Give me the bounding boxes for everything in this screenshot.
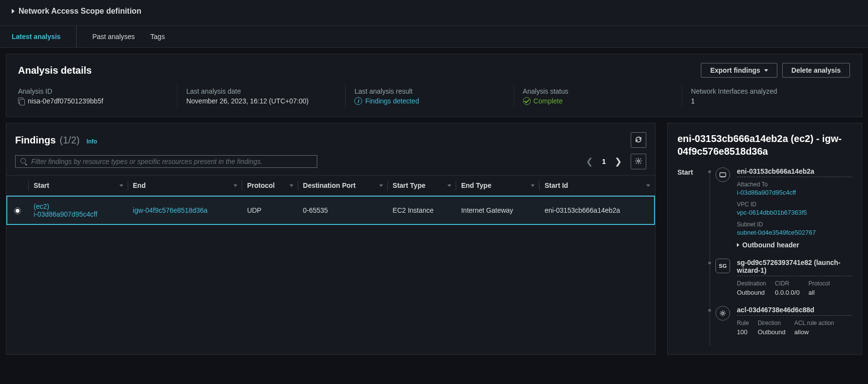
- eni-icon: [715, 167, 730, 182]
- path-start-label: Start: [677, 167, 702, 345]
- sg-cidr-value: 0.0.0.0/0: [775, 289, 800, 296]
- refresh-icon: [635, 136, 642, 145]
- sg-dest-value: Outbound: [737, 289, 766, 296]
- last-analysis-result-label: Last analysis result: [354, 87, 504, 95]
- sg-icon: SG: [715, 259, 730, 273]
- acl-rule-label: Rule: [737, 320, 749, 326]
- search-icon: [20, 158, 27, 165]
- findings-count: (1/2): [59, 135, 79, 146]
- table-settings-button[interactable]: [631, 154, 646, 169]
- row-start-top[interactable]: (ec2): [34, 202, 123, 210]
- page-number: 1: [602, 158, 606, 165]
- row-dest-port: 0-65535: [298, 196, 388, 225]
- svg-rect-1: [720, 173, 726, 177]
- col-end-type[interactable]: End Type: [456, 176, 540, 196]
- last-analysis-date-label: Last analysis date: [186, 87, 336, 95]
- caret-down-icon: [764, 69, 768, 72]
- caret-right-icon: [737, 243, 739, 247]
- network-interfaces-value: 1: [691, 97, 841, 105]
- eni-title[interactable]: eni-03153cb666a14eb2a: [737, 167, 852, 177]
- findings-title: Findings: [15, 135, 56, 146]
- findings-detected-link[interactable]: Findings detected: [365, 97, 419, 105]
- path-step-acl: acl-03d46738e46d6c88d Rule 100 Direction…: [715, 306, 852, 336]
- row-protocol: UDP: [242, 196, 298, 225]
- table-row[interactable]: (ec2) i-03d86a907d95c4cff igw-04f9c576e8…: [6, 196, 655, 225]
- tab-latest-analysis[interactable]: Latest analysis: [12, 26, 77, 47]
- vpc-id-label: VPC ID: [737, 201, 852, 208]
- sg-dest-label: Destination: [737, 280, 766, 287]
- analysis-status-value: Complete: [534, 97, 563, 105]
- svg-point-0: [637, 160, 639, 162]
- analysis-id-label: Analysis ID: [18, 87, 168, 95]
- col-start-id[interactable]: Start Id: [540, 176, 655, 196]
- export-findings-button[interactable]: Export findings: [701, 63, 777, 78]
- detail-panel-title: eni-03153cb666a14eb2a (ec2) - igw-04f9c5…: [677, 132, 852, 158]
- next-page-button[interactable]: ❯: [613, 156, 624, 167]
- scope-definition-label: Network Access Scope definition: [19, 7, 141, 16]
- finding-detail-panel: eni-03153cb666a14eb2a (ec2) - igw-04f9c5…: [667, 123, 862, 355]
- analysis-details-card: Analysis details Export findings Delete …: [6, 54, 862, 117]
- acl-action-value: allow: [794, 328, 834, 336]
- acl-title[interactable]: acl-03d46738e46d6c88d: [737, 306, 852, 316]
- scope-definition-toggle[interactable]: Network Access Scope definition: [0, 0, 868, 25]
- prev-page-button[interactable]: ❮: [584, 156, 595, 167]
- col-protocol[interactable]: Protocol: [242, 176, 298, 196]
- sg-proto-label: Protocol: [809, 280, 830, 287]
- row-end-type: Internet Gateway: [456, 196, 540, 225]
- col-destination-port[interactable]: Destination Port: [298, 176, 388, 196]
- row-start-link[interactable]: i-03d86a907d95c4cff: [34, 210, 123, 218]
- outbound-header-toggle[interactable]: Outbound header: [737, 241, 852, 249]
- copy-icon[interactable]: [18, 98, 25, 104]
- col-start[interactable]: Start: [29, 176, 128, 196]
- row-radio[interactable]: [14, 207, 21, 214]
- acl-action-label: ACL rule action: [794, 320, 834, 326]
- sg-cidr-label: CIDR: [775, 280, 800, 287]
- sg-proto-value: all: [809, 289, 830, 296]
- sg-title[interactable]: sg-0d9c5726393741e82 (launch-wizard-1): [737, 259, 852, 276]
- filter-findings-input[interactable]: [31, 158, 312, 165]
- row-start-id: eni-03153cb666a14eb2a: [540, 196, 655, 225]
- acl-dir-value: Outbound: [758, 328, 786, 336]
- acl-rule-value: 100: [737, 328, 749, 336]
- info-icon: i: [354, 97, 362, 105]
- path-step-eni: eni-03153cb666a14eb2a Attached To i-03d8…: [715, 167, 852, 249]
- last-analysis-date-value: November 26, 2023, 16:12 (UTC+07:00): [186, 97, 336, 105]
- tab-tags[interactable]: Tags: [151, 26, 165, 47]
- subnet-id-link[interactable]: subnet-0d4e3549fce502767: [737, 229, 852, 236]
- row-end-link[interactable]: igw-04f9c576e8518d36a: [133, 206, 208, 214]
- acl-icon: [715, 306, 730, 321]
- analysis-details-title: Analysis details: [18, 65, 92, 76]
- sort-caret-icon: [119, 184, 123, 187]
- acl-dir-label: Direction: [758, 320, 786, 326]
- path-step-sg: SG sg-0d9c5726393741e82 (launch-wizard-1…: [715, 259, 852, 296]
- col-select: [6, 176, 29, 196]
- caret-right-icon: [12, 9, 15, 14]
- vpc-id-link[interactable]: vpc-0614dbb01b67363f5: [737, 209, 852, 216]
- network-interfaces-label: Network Interfaces analyzed: [691, 87, 841, 95]
- svg-point-2: [722, 312, 724, 314]
- analysis-id-value: nisa-0e7df07501239bb5f: [28, 97, 103, 105]
- col-start-type[interactable]: Start Type: [388, 176, 457, 196]
- row-start-type: EC2 Instance: [388, 196, 457, 225]
- delete-analysis-button[interactable]: Delete analysis: [782, 63, 850, 78]
- filter-findings-input-wrapper[interactable]: [15, 155, 317, 168]
- findings-card: Findings (1/2) Info ❮ 1 ❯: [6, 123, 656, 355]
- gear-icon: [635, 157, 642, 166]
- tab-past-analyses[interactable]: Past analyses: [92, 26, 135, 47]
- subnet-id-label: Subnet ID: [737, 221, 852, 228]
- attached-to-label: Attached To: [737, 181, 852, 188]
- tabs-bar: Latest analysis Past analyses Tags: [0, 25, 868, 48]
- analysis-status-label: Analysis status: [523, 87, 673, 95]
- findings-info-link[interactable]: Info: [86, 138, 97, 145]
- check-icon: [523, 97, 531, 105]
- refresh-button[interactable]: [631, 132, 646, 148]
- attached-to-link[interactable]: i-03d86a907d95c4cff: [737, 189, 852, 196]
- col-end[interactable]: End: [128, 176, 242, 196]
